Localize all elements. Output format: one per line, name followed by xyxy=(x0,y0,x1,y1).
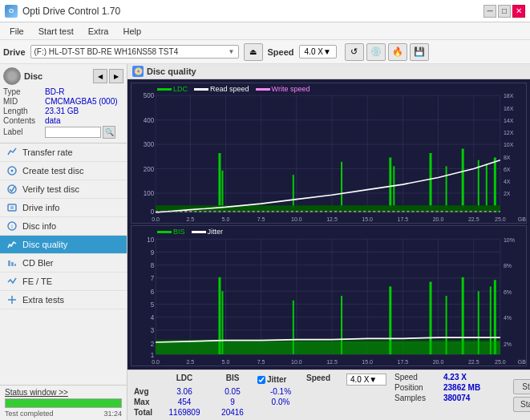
save-button[interactable]: 💾 xyxy=(410,43,429,61)
sidebar-item-disc-info[interactable]: i Disc info xyxy=(0,217,127,236)
disc-length-row: Length 23.31 GB xyxy=(3,107,123,115)
speed-dropdown-col: 4.0 X ▼ xyxy=(345,373,388,386)
svg-rect-67 xyxy=(462,149,464,212)
readspeed-legend-color xyxy=(194,88,208,91)
svg-text:12.5: 12.5 xyxy=(326,357,338,365)
burn-button[interactable]: 🔥 xyxy=(388,43,407,61)
sidebar-item-create-test-disc[interactable]: Create test disc xyxy=(0,162,127,180)
svg-text:5: 5 xyxy=(151,300,155,309)
svg-text:3: 3 xyxy=(151,326,155,335)
svg-rect-59 xyxy=(218,153,220,212)
position-val: 23862 MB xyxy=(443,383,480,392)
disc-icon xyxy=(3,67,21,85)
refresh-button[interactable]: ↺ xyxy=(345,43,364,61)
svg-text:20.0: 20.0 xyxy=(433,216,444,223)
sidebar-status: Status window >> Test completed 31:24 xyxy=(0,385,127,420)
disc-contents-row: Contents data xyxy=(3,116,123,125)
svg-text:16X: 16X xyxy=(504,104,514,111)
sidebar-item-drive-info[interactable]: Drive info xyxy=(0,199,127,217)
svg-text:7: 7 xyxy=(151,274,155,283)
main-layout: Disc ◀ ▶ Type BD-R MID CMCMAGBA5 (000) L… xyxy=(0,64,530,420)
disc-ctrl-prev[interactable]: ◀ xyxy=(93,69,107,83)
max-ldc: 454 xyxy=(160,397,208,407)
stats-max-row: Max 454 9 0.0% xyxy=(132,397,388,407)
disc-type-row: Type BD-R xyxy=(3,87,123,96)
disc-header: Disc ◀ ▶ xyxy=(3,67,123,85)
svg-text:25.0: 25.0 xyxy=(495,357,506,365)
svg-text:14X: 14X xyxy=(504,117,514,124)
close-button[interactable]: ✕ xyxy=(512,5,525,18)
eject-button[interactable]: ⏏ xyxy=(244,43,263,61)
chart1-legend: LDC Read speed Write speed xyxy=(157,85,310,93)
svg-text:20.0: 20.0 xyxy=(433,357,444,365)
main-content: 📀 Disc quality LDC Read speed xyxy=(127,64,530,420)
disc-label-search-button[interactable]: 🔍 xyxy=(103,126,115,139)
disc-mid-key: MID xyxy=(3,97,45,106)
svg-text:4%: 4% xyxy=(504,314,512,322)
menu-start-test[interactable]: Start test xyxy=(32,25,80,38)
jitter-legend-label: Jitter xyxy=(208,228,224,236)
menu-extra[interactable]: Extra xyxy=(82,25,115,38)
disc-button[interactable]: 💿 xyxy=(366,43,386,61)
sidebar-item-verify-test-disc[interactable]: Verify test disc xyxy=(0,180,127,199)
bis-chart: BIS Jitter xyxy=(131,225,527,366)
app-title: Opti Drive Control 1.70 xyxy=(22,6,120,17)
svg-rect-133 xyxy=(156,341,500,354)
speed-dropdown[interactable]: 4.0 X ▼ xyxy=(346,374,386,386)
svg-text:10%: 10% xyxy=(504,236,515,244)
sidebar-item-cd-bler[interactable]: CD Bler xyxy=(0,254,127,273)
sidebar-item-transfer-rate[interactable]: Transfer rate xyxy=(0,143,127,162)
svg-point-1 xyxy=(11,170,14,172)
svg-text:17.5: 17.5 xyxy=(398,357,409,365)
ldc-legend-color xyxy=(157,88,172,91)
disc-panel: Disc ◀ ▶ Type BD-R MID CMCMAGBA5 (000) L… xyxy=(0,64,127,143)
ldc-col-header: LDC xyxy=(160,373,208,386)
disc-type-key: Type xyxy=(3,87,45,96)
minimize-button[interactable]: ─ xyxy=(483,5,496,18)
title-bar-left: O Opti Drive Control 1.70 xyxy=(5,5,120,18)
jitter-checkbox[interactable] xyxy=(257,376,265,384)
svg-text:8X: 8X xyxy=(504,153,511,160)
disc-label-input[interactable] xyxy=(45,127,101,138)
status-window-button[interactable]: Status window >> xyxy=(5,388,122,397)
disc-ctrl-next[interactable]: ▶ xyxy=(109,69,123,83)
svg-text:22.5: 22.5 xyxy=(468,357,479,365)
speed-select[interactable]: 4.0 X ▼ xyxy=(299,45,337,59)
menu-file[interactable]: File xyxy=(3,25,30,38)
disc-quality-header: 📀 Disc quality xyxy=(127,64,530,79)
sidebar-item-disc-quality[interactable]: Disc quality xyxy=(0,236,127,254)
svg-text:10X: 10X xyxy=(504,141,514,148)
window-controls: ─ □ ✕ xyxy=(483,5,525,18)
svg-text:7.5: 7.5 xyxy=(257,357,265,365)
svg-rect-10 xyxy=(14,264,16,266)
action-buttons: Start full Start part xyxy=(513,373,530,418)
avg-jitter: -0.1% xyxy=(257,386,305,397)
samples-val: 380074 xyxy=(443,394,470,402)
svg-text:100: 100 xyxy=(144,189,155,197)
svg-text:25.0: 25.0 xyxy=(495,216,506,223)
samples-row: Samples 380074 xyxy=(394,394,507,402)
start-full-button[interactable]: Start full xyxy=(513,379,530,394)
menu-help[interactable]: Help xyxy=(116,25,148,38)
stats-total-row: Total 1169809 20416 xyxy=(132,407,388,418)
drive-select[interactable]: (F:) HL-DT-ST BD-RE WH16NS58 TST4 ▼ xyxy=(30,45,239,59)
maximize-button[interactable]: □ xyxy=(498,5,511,18)
svg-text:0.0: 0.0 xyxy=(152,357,160,365)
verify-test-disc-icon xyxy=(6,184,18,195)
speed-val: 4.23 X xyxy=(443,373,467,382)
svg-text:5.0: 5.0 xyxy=(222,216,230,223)
start-part-button[interactable]: Start part xyxy=(513,397,530,412)
svg-text:15.0: 15.0 xyxy=(362,357,373,365)
svg-text:2.5: 2.5 xyxy=(186,216,194,223)
disc-length-key: Length xyxy=(3,107,45,115)
sidebar-item-extra-tests[interactable]: Extra tests xyxy=(0,291,127,309)
nav-drive-info-label: Drive info xyxy=(22,203,59,212)
stats-bar: LDC BIS Jitter Speed 4.0 X ▼ xyxy=(127,370,530,420)
disc-quality-panel-icon: 📀 xyxy=(132,66,144,77)
charts-wrapper: LDC Read speed Write speed xyxy=(127,79,530,370)
disc-info-icon: i xyxy=(6,220,18,232)
max-label: Max xyxy=(132,397,160,407)
sidebar-item-fe-te[interactable]: FE / TE xyxy=(0,273,127,291)
avg-label: Avg xyxy=(132,386,160,397)
ldc-chart-svg: 500 400 300 200 100 0 18X 16X 14X 12X 10… xyxy=(131,83,526,223)
